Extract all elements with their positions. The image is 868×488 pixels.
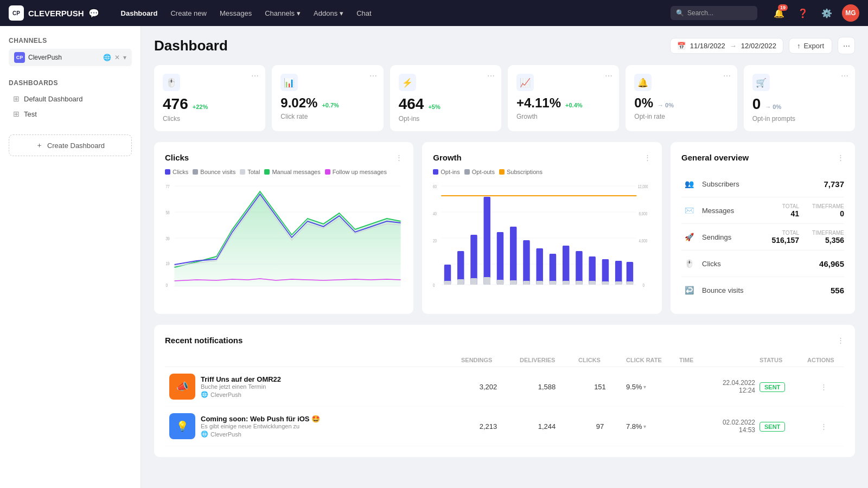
date-range-picker[interactable]: 📅 11/18/2022 → 12/02/2022 xyxy=(670,38,783,54)
settings-button[interactable]: ⚙️ xyxy=(818,4,835,22)
clicks-overview-icon: 🖱️ xyxy=(681,256,697,271)
nav-chat[interactable]: Chat xyxy=(356,7,371,20)
clicks-chart-title: Clicks xyxy=(165,153,189,162)
calendar-icon: 📅 xyxy=(677,42,686,50)
sent-badge-1: SENT xyxy=(760,422,785,432)
notif-deliveries-1: 1,244 xyxy=(520,422,574,431)
opt-in-rate-more-button[interactable]: ⋯ xyxy=(723,72,731,80)
export-icon: ↑ xyxy=(797,42,801,50)
channel-tag-expand[interactable]: ▾ xyxy=(123,54,126,61)
logo[interactable]: CP CLEVERPUSH 💬 xyxy=(9,5,99,21)
subscribers-icon: 👥 xyxy=(681,176,697,191)
svg-rect-42 xyxy=(444,281,451,285)
svg-rect-41 xyxy=(627,262,633,285)
sidebar-item-default-dashboard[interactable]: ⊞ Default Dashboard xyxy=(9,91,132,106)
clickrate-chevron-1: ▾ xyxy=(643,423,646,429)
messages-icon: ✉️ xyxy=(681,203,697,218)
stat-card-opt-in-rate: 🔔 ⋯ 0% → 0% Opt-in rate xyxy=(626,65,737,131)
overview-row-messages: ✉️ Messages TOTAL 41 TIMEFRAME 0 xyxy=(681,197,844,224)
growth-chart-title: Growth xyxy=(433,153,462,162)
svg-rect-39 xyxy=(602,259,609,285)
clicks-label: Clicks xyxy=(163,115,257,123)
channel-globe-icon: 🌐 xyxy=(103,54,111,61)
opt-ins-change: +5% xyxy=(428,104,440,110)
notif-status-1: SENT xyxy=(760,422,803,431)
notif-actions-1[interactable]: ⋮ xyxy=(807,422,840,431)
channel-tag-name: CleverPush xyxy=(28,54,100,61)
sent-badge-0: SENT xyxy=(760,382,785,392)
clicks-chart-more[interactable]: ⋮ xyxy=(395,153,403,162)
notif-subtitle-0: Buche jetzt einen Termin xyxy=(201,383,281,390)
opt-ins-more-button[interactable]: ⋯ xyxy=(487,72,495,80)
notif-thumb-0: 📣 xyxy=(169,374,195,400)
notifications-title: Recent notifications xyxy=(165,336,242,345)
dashboard-grid-icon: ⊞ xyxy=(13,94,20,103)
overview-row-subscribers: 👥 Subscribers 7,737 xyxy=(681,171,844,197)
channel-tag-cleverpush[interactable]: CP CleverPush 🌐 ✕ ▾ xyxy=(9,49,132,66)
col-deliveries: Deliveries xyxy=(520,357,574,363)
channel-tag-close[interactable]: ✕ xyxy=(114,54,120,61)
search-icon: 🔍 xyxy=(676,9,684,17)
notif-text-0: Triff Uns auf der OMR22 Buche jetzt eine… xyxy=(201,375,281,398)
col-status: Status xyxy=(760,357,803,363)
clicks-stat-icon: 🖱️ xyxy=(163,74,180,91)
growth-more-button[interactable]: ⋯ xyxy=(605,72,612,80)
export-button[interactable]: ↑ Export xyxy=(789,38,832,54)
create-dashboard-button[interactable]: ＋ Create Dashboard xyxy=(9,134,132,156)
notifications-more[interactable]: ⋮ xyxy=(837,336,844,344)
search-input[interactable] xyxy=(687,9,752,17)
nav-channels[interactable]: Channels ▾ xyxy=(265,7,301,20)
user-avatar[interactable]: MG xyxy=(842,4,859,22)
nav-dashboard[interactable]: Dashboard xyxy=(121,7,158,20)
opt-in-prompts-stat-icon: 🛒 xyxy=(752,74,770,91)
growth-chart-more[interactable]: ⋮ xyxy=(644,153,651,162)
legend-bounce: Bounce visits xyxy=(193,169,235,175)
sidebar-item-test[interactable]: ⊞ Test xyxy=(9,106,132,121)
clicks-more-button[interactable]: ⋯ xyxy=(251,72,259,80)
messages-timeframe-block: TIMEFRAME 0 xyxy=(812,203,844,218)
col-sendings: Sendings xyxy=(461,357,515,363)
overview-more[interactable]: ⋮ xyxy=(837,153,844,162)
notif-name-1: Coming soon: Web Push für iOS 🤩 xyxy=(201,415,320,423)
globe-icon-0: 🌐 xyxy=(201,391,208,398)
channels-section-title: Channels xyxy=(9,37,132,44)
notif-deliveries-0: 1,588 xyxy=(520,383,574,391)
opt-in-prompts-value: 0 xyxy=(752,97,761,112)
svg-rect-52 xyxy=(576,281,582,285)
table-row: 📣 Triff Uns auf der OMR22 Buche jetzt ei… xyxy=(165,367,844,407)
legend-opt-ins: Opt-ins xyxy=(433,169,459,175)
overview-title: General overview xyxy=(681,153,749,162)
legend-followup-dot xyxy=(325,169,330,175)
nav-create-new[interactable]: Create new xyxy=(170,7,206,20)
svg-rect-31 xyxy=(497,232,503,285)
notif-channel-0: 🌐 CleverPush xyxy=(201,391,281,398)
svg-text:60: 60 xyxy=(433,184,437,189)
nav-addons[interactable]: Addons ▾ xyxy=(314,7,343,20)
opt-ins-value: 464 xyxy=(399,97,424,112)
notif-actions-0[interactable]: ⋮ xyxy=(807,383,840,391)
notif-time-0: 22.04.2022 12:24 xyxy=(679,379,755,394)
legend-clicks: Clicks xyxy=(165,169,188,175)
svg-text:4,000: 4,000 xyxy=(639,238,648,243)
svg-rect-33 xyxy=(524,240,530,285)
help-button[interactable]: ❓ xyxy=(794,4,812,22)
clicks-value: 476 xyxy=(163,97,188,112)
nav-messages[interactable]: Messages xyxy=(220,7,252,20)
legend-total-dot xyxy=(240,169,245,175)
notifications-button[interactable]: 🔔 19 xyxy=(770,4,788,22)
main-content: Dashboard 📅 11/18/2022 → 12/02/2022 ↑ Ex… xyxy=(141,26,868,488)
legend-subscriptions-dot xyxy=(499,169,505,175)
stat-card-click-rate: 📊 ⋯ 9.02% +0.7% Click rate xyxy=(272,65,383,131)
click-rate-more-button[interactable]: ⋯ xyxy=(369,72,377,80)
globe-icon-1: 🌐 xyxy=(201,431,208,438)
messages-label: Messages xyxy=(702,207,782,215)
bounce-overview-label: Bounce visits xyxy=(702,286,831,294)
stat-card-clicks: 🖱️ ⋯ 476 +22% Clicks xyxy=(154,65,265,131)
opt-in-rate-stat-icon: 🔔 xyxy=(634,74,652,91)
svg-text:40: 40 xyxy=(433,211,437,216)
dashboard-more-button[interactable]: ⋯ xyxy=(838,37,855,54)
growth-value: +4.11% xyxy=(516,97,561,110)
legend-followup: Follow up messages xyxy=(325,169,387,175)
opt-in-prompts-more-button[interactable]: ⋯ xyxy=(841,72,848,80)
recent-notifications-section: Recent notifications ⋮ Sendings Deliveri… xyxy=(154,325,855,457)
